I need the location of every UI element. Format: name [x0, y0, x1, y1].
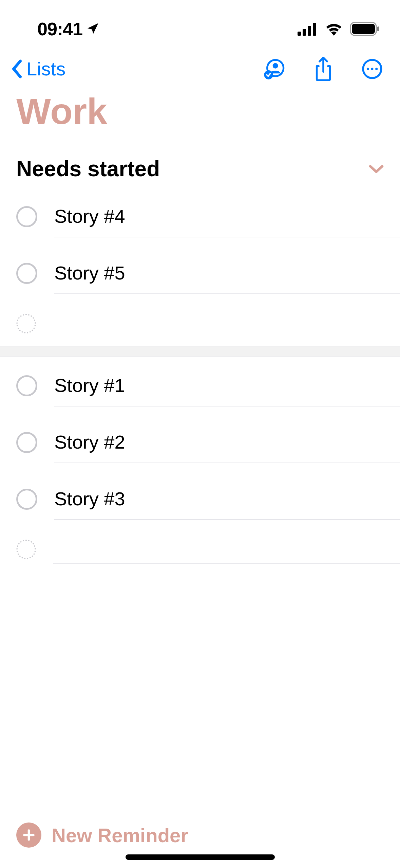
status-indicators	[298, 22, 380, 36]
person-badge-icon	[264, 57, 285, 81]
share-icon	[314, 57, 333, 81]
reminder-item[interactable]: Story #5	[0, 245, 400, 302]
home-indicator[interactable]	[126, 854, 275, 860]
placeholder-circle-icon	[16, 540, 36, 559]
reminder-placeholder[interactable]	[0, 527, 400, 572]
nav-bar: Lists	[0, 48, 400, 90]
completion-toggle[interactable]	[16, 206, 37, 227]
svg-point-12	[367, 68, 369, 70]
svg-point-14	[375, 68, 378, 70]
reminder-title[interactable]: Story #5	[54, 252, 400, 294]
svg-point-8	[273, 63, 278, 68]
location-icon	[86, 22, 99, 36]
section-divider	[0, 346, 400, 357]
completion-toggle[interactable]	[16, 489, 37, 510]
svg-point-13	[371, 68, 373, 70]
reminder-title[interactable]: Story #3	[54, 478, 400, 520]
back-button[interactable]: Lists	[10, 58, 65, 80]
status-bar: 09:41	[0, 0, 400, 48]
status-time-area: 09:41	[37, 18, 99, 39]
collaborate-button[interactable]	[264, 58, 285, 80]
new-reminder-button[interactable]: New Reminder	[16, 822, 188, 848]
reminder-item[interactable]: Story #4	[0, 188, 400, 245]
reminder-title-empty[interactable]	[53, 309, 400, 338]
svg-rect-2	[308, 26, 311, 36]
cellular-icon	[298, 22, 318, 36]
completion-toggle[interactable]	[16, 263, 37, 284]
nav-actions	[264, 58, 383, 80]
chevron-left-icon	[10, 59, 24, 78]
reminder-title[interactable]: Story #1	[54, 365, 400, 406]
more-button[interactable]	[361, 58, 383, 80]
svg-rect-1	[303, 29, 306, 36]
reminder-title[interactable]: Story #2	[54, 421, 400, 463]
reminder-item[interactable]: Story #2	[0, 414, 400, 471]
section-header[interactable]: Needs started	[0, 143, 400, 188]
reminder-title-empty[interactable]	[53, 535, 400, 564]
ellipsis-circle-icon	[362, 58, 383, 79]
battery-icon	[350, 22, 380, 36]
reminder-item[interactable]: Story #1	[0, 357, 400, 414]
svg-rect-5	[352, 24, 375, 34]
page-title: Work	[0, 90, 400, 143]
completion-toggle[interactable]	[16, 432, 37, 453]
wifi-icon	[325, 22, 343, 36]
chevron-down-icon	[369, 164, 384, 174]
new-reminder-label: New Reminder	[52, 824, 188, 847]
svg-rect-6	[377, 26, 379, 31]
reminder-item[interactable]: Story #3	[0, 471, 400, 527]
plus-circle-icon	[16, 822, 41, 848]
share-button[interactable]	[312, 58, 334, 80]
svg-rect-0	[298, 32, 301, 36]
placeholder-circle-icon	[16, 314, 36, 333]
section-title: Needs started	[16, 156, 160, 181]
svg-rect-3	[313, 23, 316, 36]
reminder-placeholder[interactable]	[0, 302, 400, 346]
completion-toggle[interactable]	[16, 375, 37, 396]
reminder-title[interactable]: Story #4	[54, 196, 400, 237]
back-label: Lists	[26, 58, 65, 80]
status-time: 09:41	[37, 18, 82, 39]
